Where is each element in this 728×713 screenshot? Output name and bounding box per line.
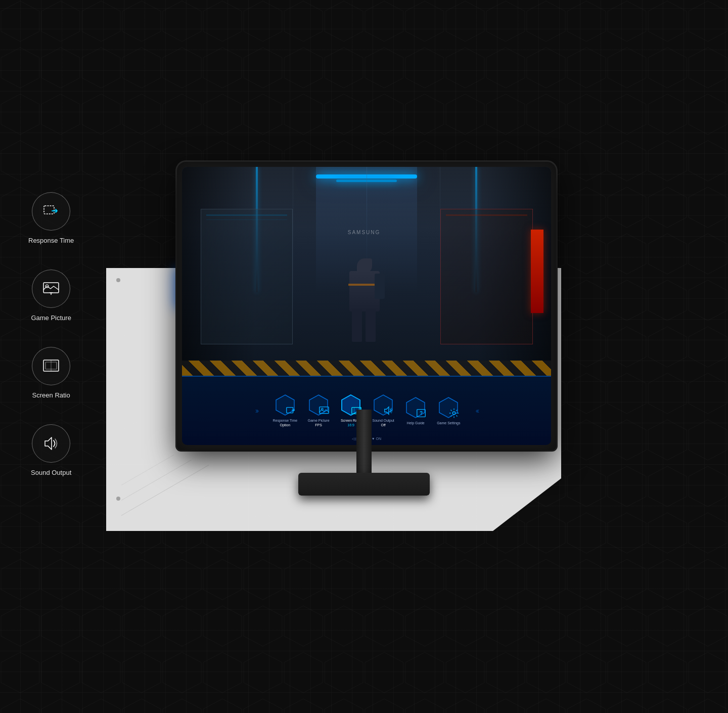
hud-item-game-picture: Game PictureFPS (307, 394, 330, 427)
character-silhouette (344, 258, 385, 344)
hud-icon-game-settings (437, 396, 460, 419)
hud-label-game-settings: Game Settings (437, 421, 460, 425)
hud-item-response-time: Response TimeOption (273, 394, 298, 427)
hud-item-game-settings: Game Settings (437, 396, 460, 425)
sound-output-icon-circle (32, 424, 70, 463)
menu-item-sound-output[interactable]: Sound Output (31, 424, 71, 476)
monitor-bezel: ››› (177, 162, 556, 450)
depth-line-center (367, 167, 367, 271)
depth-line (293, 167, 293, 313)
svg-text:?: ? (420, 410, 423, 416)
corridor (182, 167, 551, 376)
svg-point-12 (453, 412, 456, 415)
hud-icon-sound-output (372, 394, 394, 416)
monitor-neck (356, 410, 372, 475)
hud-arrows-right: ‹‹‹ (475, 407, 478, 415)
menu-item-game-picture[interactable]: Game Picture (31, 270, 71, 322)
wall-panel-right (440, 209, 533, 344)
svg-rect-13 (44, 206, 54, 214)
menu-item-screen-ratio[interactable]: Screen Ratio (32, 347, 70, 399)
corner-dot (116, 278, 120, 282)
warning-stripes (182, 361, 551, 376)
red-accent (531, 230, 543, 313)
hud-item-sound-output: Sound OutputOff (372, 394, 394, 427)
menu-label-sound-output: Sound Output (31, 469, 71, 476)
monitor-container: ››› (157, 162, 571, 526)
screen-ratio-icon-circle (32, 347, 70, 385)
hud-label-help-guide: Help Guide (407, 421, 425, 425)
monitor-screen: ››› (182, 167, 551, 445)
menu-label-response-time: Response Time (28, 237, 74, 244)
hud-label-game-picture: Game PictureFPS (308, 418, 330, 427)
hud-icon-game-picture (307, 394, 330, 416)
wall-panel-left (201, 209, 293, 344)
hud-label-response-time: Response TimeOption (273, 418, 298, 427)
hud-item-help-guide: ? Help Guide (404, 396, 427, 425)
left-menu: Response Time Game Picture Screen Ratio (28, 192, 74, 476)
menu-item-response-time[interactable]: Response Time (28, 192, 74, 244)
corner-dot (116, 497, 120, 501)
menu-label-game-picture: Game Picture (31, 314, 71, 322)
monitor-base (298, 473, 430, 496)
svg-rect-3 (320, 407, 329, 414)
depth-line (440, 167, 440, 313)
menu-label-screen-ratio: Screen Ratio (32, 391, 70, 399)
hud-icon-help-guide: ? (404, 396, 427, 419)
hud-label-sound-output: Sound OutputOff (373, 418, 394, 427)
game-scene: ››› (182, 167, 551, 445)
hud-icon-response-time (274, 394, 296, 416)
hud-arrows-left: ››› (255, 407, 258, 415)
response-time-icon-circle (32, 192, 70, 231)
samsung-logo: SAMSUNG (348, 230, 381, 235)
game-picture-icon-circle (32, 270, 70, 308)
